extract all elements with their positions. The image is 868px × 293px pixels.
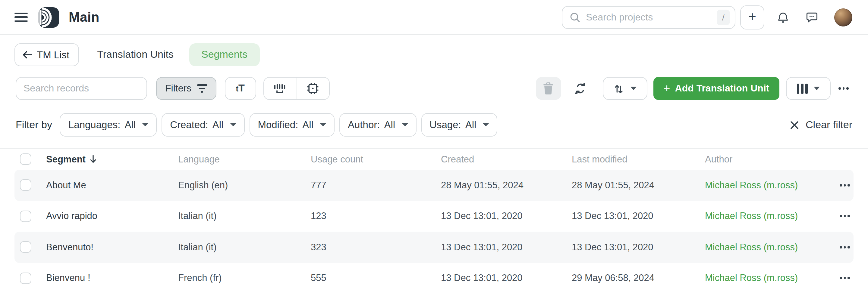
filter-bar: Filter by Languages: All Created: All Mo…: [0, 113, 868, 137]
usage-count-cell: 123: [311, 211, 441, 222]
table-row: Bienvenu ! French (fr) 555 13 Dec 13:01,…: [0, 263, 868, 293]
chip-label: Author:: [348, 119, 380, 131]
tab-translation-units[interactable]: Translation Units: [97, 49, 174, 61]
usage-count-cell: 323: [311, 242, 441, 253]
app-logo[interactable]: [38, 7, 59, 27]
projects-search-input[interactable]: [586, 12, 717, 23]
sort-arrows-icon: [613, 83, 624, 94]
filters-button-label: Filters: [165, 83, 191, 94]
columns-icon: [797, 83, 808, 94]
delete-selected-button[interactable]: [535, 77, 561, 100]
tab-segments[interactable]: Segments: [189, 43, 259, 66]
back-to-tm-list-button[interactable]: TM List: [14, 43, 79, 66]
chevron-down-icon: [142, 123, 148, 126]
created-cell: 13 Dec 13:01, 2020: [441, 273, 572, 284]
hamburger-menu-icon[interactable]: [14, 13, 28, 22]
row-actions-button[interactable]: [836, 212, 854, 221]
search-icon: [569, 12, 581, 23]
chip-value: All: [302, 119, 313, 131]
projects-search[interactable]: /: [562, 6, 735, 29]
row-checkbox[interactable]: [20, 180, 31, 191]
page-title: Main: [69, 9, 99, 25]
created-cell: 28 May 01:55, 2024: [441, 180, 572, 191]
segment-cell[interactable]: About Me: [46, 180, 178, 191]
language-cell: English (en): [178, 180, 311, 191]
row-actions-button[interactable]: [836, 273, 854, 283]
chip-label: Languages:: [68, 119, 121, 131]
row-checkbox[interactable]: [20, 211, 31, 222]
close-icon: [789, 120, 799, 130]
segment-cell[interactable]: Avvio rapido: [46, 211, 178, 222]
rescan-button[interactable]: [573, 81, 587, 96]
barcode-icon: [273, 82, 287, 95]
bell-icon: [776, 10, 789, 24]
author-link[interactable]: Michael Ross (m.ross): [705, 273, 830, 284]
whitespace-toggle-button[interactable]: [264, 78, 296, 99]
column-header-language[interactable]: Language: [178, 154, 311, 164]
sub-nav: TM List Translation Units Segments: [0, 43, 868, 66]
column-header-segment[interactable]: Segment: [46, 154, 178, 164]
filter-chip-usage[interactable]: Usage: All: [421, 113, 497, 137]
clear-filter-button[interactable]: Clear filter: [789, 119, 852, 131]
sort-button[interactable]: [602, 77, 647, 100]
add-translation-unit-button[interactable]: + Add Translation Unit: [653, 77, 779, 100]
chip-value: All: [124, 119, 135, 131]
row-actions-button[interactable]: [836, 243, 854, 252]
records-search-input[interactable]: [16, 77, 147, 100]
user-avatar[interactable]: [834, 8, 852, 26]
usage-count-cell: 555: [311, 273, 441, 284]
modified-cell: 13 Dec 13:01, 2020: [572, 211, 705, 222]
notifications-button[interactable]: [776, 10, 789, 24]
table-header-row: Segment Language Usage count Created Las…: [0, 149, 868, 170]
top-bar: Main / +: [0, 0, 868, 35]
chevron-down-icon: [483, 123, 489, 126]
filter-chip-modified[interactable]: Modified: All: [249, 113, 335, 137]
column-header-modified[interactable]: Last modified: [572, 154, 705, 164]
text-case-toggle-button[interactable]: tT: [224, 77, 256, 100]
author-link[interactable]: Michael Ross (m.ross): [705, 242, 830, 253]
author-link[interactable]: Michael Ross (m.ross): [705, 180, 830, 191]
column-header-created[interactable]: Created: [441, 154, 572, 164]
row-checkbox[interactable]: [20, 242, 31, 253]
language-cell: French (fr): [178, 273, 311, 284]
author-link[interactable]: Michael Ross (m.ross): [705, 211, 830, 222]
filter-chip-languages[interactable]: Languages: All: [60, 113, 157, 137]
column-header-usage[interactable]: Usage count: [311, 154, 441, 164]
back-arrow-icon: [22, 50, 33, 59]
row-checkbox[interactable]: [20, 272, 31, 284]
chat-icon: [805, 10, 818, 24]
created-cell: 13 Dec 13:01, 2020: [441, 211, 572, 222]
chevron-down-icon: [814, 87, 820, 90]
trash-icon: [542, 82, 554, 95]
table-row: Benvenuto! Italian (it) 323 13 Dec 13:01…: [0, 232, 868, 263]
row-actions-button[interactable]: [836, 181, 854, 190]
select-all-checkbox[interactable]: [20, 153, 31, 165]
column-header-author[interactable]: Author: [705, 154, 830, 164]
feedback-button[interactable]: [805, 10, 818, 24]
created-cell: 13 Dec 13:01, 2020: [441, 242, 572, 253]
records-toolbar: Filters tT: [0, 77, 868, 100]
search-shortcut-badge: /: [717, 9, 730, 25]
chip-value: All: [213, 119, 224, 131]
plus-icon: +: [663, 82, 670, 94]
filters-button[interactable]: Filters: [156, 77, 216, 100]
placeholders-toggle-button[interactable]: [296, 78, 329, 99]
create-new-button[interactable]: +: [740, 5, 764, 29]
back-button-label: TM List: [37, 49, 69, 61]
modified-cell: 13 Dec 13:01, 2020: [572, 242, 705, 253]
refresh-search-icon: [573, 81, 587, 96]
chip-value: All: [465, 119, 476, 131]
chip-label: Modified:: [258, 119, 298, 131]
clear-filter-label: Clear filter: [806, 119, 852, 131]
more-options-button[interactable]: [835, 84, 852, 93]
filter-chip-author[interactable]: Author: All: [339, 113, 416, 137]
chevron-down-icon: [630, 87, 637, 90]
segment-cell[interactable]: Bienvenu !: [46, 273, 178, 284]
chevron-down-icon: [320, 123, 326, 126]
chevron-down-icon: [230, 123, 236, 126]
filter-chip-created[interactable]: Created: All: [161, 113, 244, 137]
columns-button[interactable]: [786, 77, 831, 100]
segment-cell[interactable]: Benvenuto!: [46, 242, 178, 253]
usage-count-cell: 777: [311, 180, 441, 191]
chip-label: Usage:: [430, 119, 461, 131]
